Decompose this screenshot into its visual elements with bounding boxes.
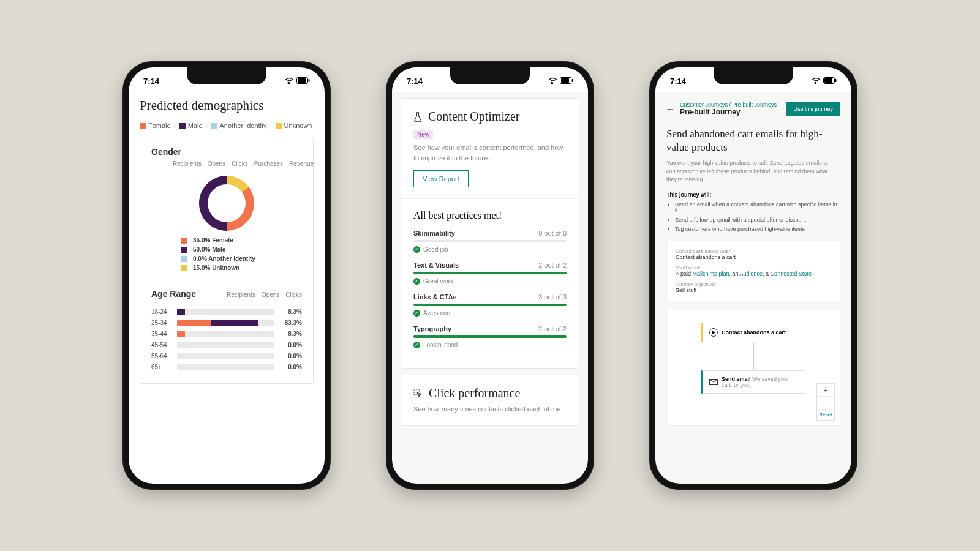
tab-clicks[interactable]: Clicks <box>232 160 248 167</box>
svg-rect-5 <box>561 78 569 83</box>
content-optimizer-subtitle: See how your email's content performed, … <box>413 143 567 163</box>
click-performance-card: Click performance See how many times con… <box>401 375 579 426</box>
age-row-55-64: 55-64 0.0% <box>151 353 302 359</box>
journey-diagram: ▶ Contact abandons a cart Send email We … <box>666 310 840 426</box>
notch <box>450 67 530 84</box>
wifi-icon <box>548 77 557 86</box>
phone-journey: 7:14 ← Customer Journeys / Pre-built Jou… <box>649 61 858 490</box>
check-icon: ✓ <box>413 310 420 317</box>
list-item: Tag customers who have purchased high-va… <box>675 226 840 232</box>
page-subtitle: Pre-built Journey <box>680 108 777 116</box>
tab-clicks[interactable]: Clicks <box>285 291 302 298</box>
gender-donut <box>151 176 302 231</box>
audience-link[interactable]: Audience <box>740 271 763 277</box>
content-optimizer-card: Content Optimizer New See how your email… <box>401 98 579 369</box>
journey-will-label: This journey will: <box>666 192 840 198</box>
metric-links-ctas: Links & CTAs3 out of 3 ✓Awesome <box>413 293 567 317</box>
journey-title: Send abandoned cart emails for high-valu… <box>666 127 840 154</box>
check-icon: ✓ <box>413 342 420 348</box>
age-tabs: Recipients Opens Clicks <box>227 291 302 298</box>
content: Predicted demographics Female Male Anoth… <box>129 98 325 395</box>
svg-rect-2 <box>298 78 306 83</box>
list-item: Send an email when a contact abandons ca… <box>675 201 840 214</box>
age-row-35-44: 35-44 8.3% <box>151 331 302 337</box>
tab-purchases[interactable]: Purchases <box>254 160 283 167</box>
screen: 7:14 ← Customer Journeys / Pre-built Jou… <box>655 67 851 484</box>
zoom-controls: + − Reset <box>816 383 835 421</box>
mailchimp-plan-link[interactable]: Mailchimp plan <box>693 271 729 277</box>
status-time: 7:14 <box>407 77 423 86</box>
breadcrumb[interactable]: Customer Journeys / Pre-built Journeys <box>680 102 777 108</box>
metric-skimmability: Skimmability0 out of 0 ✓Good job <box>413 230 567 253</box>
svg-rect-8 <box>835 79 837 82</box>
tab-recipients[interactable]: Recipients <box>173 160 202 167</box>
age-row-65plus: 65+ 0.0% <box>151 364 302 370</box>
play-icon: ▶ <box>709 328 718 337</box>
best-practices-title: All best practices met! <box>413 210 567 221</box>
content: Content Optimizer New See how your email… <box>392 98 588 426</box>
notch <box>187 67 266 84</box>
battery-icon <box>560 77 573 86</box>
legend-female: Female <box>140 122 171 129</box>
back-arrow-icon[interactable]: ← <box>666 104 675 114</box>
status-time: 7:14 <box>670 77 686 86</box>
zoom-out-button[interactable]: − <box>817 397 834 410</box>
journey-info-box: Contacts are added when Contact abandons… <box>666 241 840 301</box>
best-practices-section: All best practices met! Skimmability0 ou… <box>401 199 579 368</box>
status-time: 7:14 <box>143 77 159 86</box>
metric-typography: Typography2 out of 2 ✓Lookin' good <box>413 325 567 348</box>
use-journey-button[interactable]: Use this journey <box>786 102 840 116</box>
page-title: Predicted demographics <box>140 98 314 113</box>
journey-subtitle: You want your high-value products to sel… <box>666 159 840 184</box>
status-icons <box>812 77 837 86</box>
status-icons <box>285 77 310 86</box>
age-row-18-24: 18-24 8.3% <box>151 309 302 315</box>
gender-legend: Female Male Another Identity Unknown <box>140 122 314 129</box>
tab-recipients[interactable]: Recipients <box>227 291 255 298</box>
battery-icon <box>823 77 837 86</box>
view-report-button[interactable]: View Report <box>413 170 469 187</box>
legend-row-unknown: 15.0% Unknown <box>181 264 239 271</box>
click-performance-title: Click performance <box>413 386 567 400</box>
flask-icon <box>413 112 422 122</box>
status-icons <box>548 77 573 86</box>
list-item: Send a follow up email with a special of… <box>675 217 840 223</box>
phone-content-optimizer: 7:14 Content Optimizer New See how your … <box>386 61 594 490</box>
wifi-icon <box>812 77 821 86</box>
journey-bullets: Send an email when a contact abandons ca… <box>666 201 840 232</box>
tab-opens[interactable]: Opens <box>262 291 279 298</box>
zoom-in-button[interactable]: + <box>817 384 834 397</box>
demographics-card: Gender Recipients Opens Clicks Purchases… <box>140 138 314 384</box>
notch <box>714 67 793 84</box>
legend-another: Another Identity <box>211 122 267 129</box>
age-section: Age Range Recipients Opens Clicks 18-24 … <box>140 280 313 383</box>
connected-store-link[interactable]: Connected Store <box>771 271 812 277</box>
wifi-icon <box>285 77 294 86</box>
phone-demographics: 7:14 Predicted demographics Female Male … <box>123 61 331 490</box>
gender-tabs: Recipients Opens Clicks Purchases Revenu… <box>151 160 302 167</box>
tab-opens[interactable]: Opens <box>208 160 225 167</box>
requirements-text: A paid Mailchimp plan, an Audience, a Co… <box>676 271 831 277</box>
age-title: Age Range <box>151 289 196 299</box>
svg-rect-9 <box>824 78 832 83</box>
legend-row-male: 50.0% Male <box>181 246 225 253</box>
svg-rect-4 <box>572 79 573 82</box>
legend-male: Male <box>179 122 203 129</box>
legend-row-another: 0.0% Another Identity <box>181 255 255 262</box>
legend-unknown: Unknown <box>276 122 312 129</box>
metric-text-visuals: Text & Visuals2 out of 2 ✓Great work <box>413 261 567 285</box>
zoom-reset-button[interactable]: Reset <box>817 410 834 420</box>
gender-section: Gender Recipients Opens Clicks Purchases… <box>140 138 313 280</box>
connector-line <box>753 342 754 370</box>
age-row-45-54: 45-54 0.0% <box>151 342 302 348</box>
tab-revenue[interactable]: Revenue <box>289 160 314 167</box>
content: ← Customer Journeys / Pre-built Journeys… <box>655 92 851 430</box>
journey-node-send-email[interactable]: Send email We saved your cart for you <box>701 370 805 394</box>
screen: 7:14 Content Optimizer New See how your … <box>392 67 588 484</box>
check-icon: ✓ <box>413 246 420 253</box>
screen: 7:14 Predicted demographics Female Male … <box>129 67 325 484</box>
journey-node-trigger[interactable]: ▶ Contact abandons a cart <box>701 323 805 342</box>
check-icon: ✓ <box>413 278 420 285</box>
click-performance-subtitle: See how many times contacts clicked each… <box>413 404 567 414</box>
cursor-click-icon <box>413 389 423 398</box>
